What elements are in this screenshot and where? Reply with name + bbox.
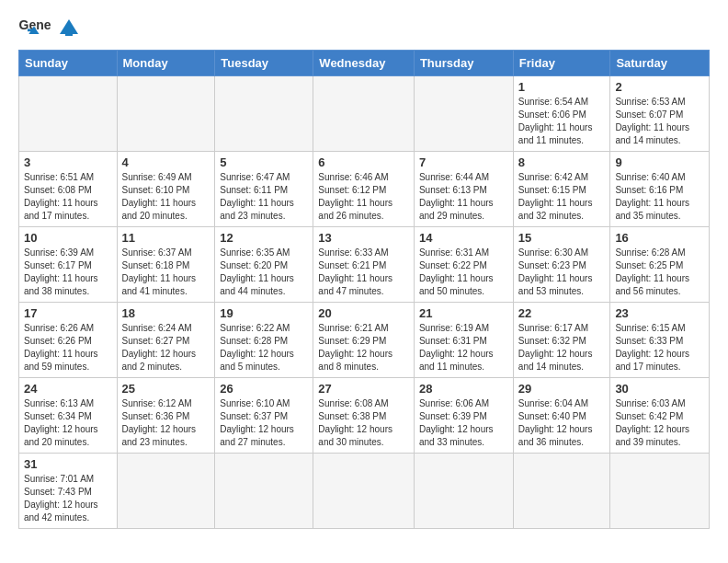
calendar-week-row: 17Sunrise: 6:26 AM Sunset: 6:26 PM Dayli… [19,303,710,378]
calendar-table: SundayMondayTuesdayWednesdayThursdayFrid… [18,50,710,529]
calendar-day-cell [414,76,513,152]
calendar-day-cell: 10Sunrise: 6:39 AM Sunset: 6:17 PM Dayli… [19,227,118,303]
day-info: Sunrise: 6:13 AM Sunset: 6:34 PM Dayligh… [24,397,112,449]
day-info: Sunrise: 6:24 AM Sunset: 6:27 PM Dayligh… [122,322,210,373]
calendar-day-cell: 14Sunrise: 6:31 AM Sunset: 6:22 PM Dayli… [414,227,513,303]
calendar-day-cell: 15Sunrise: 6:30 AM Sunset: 6:23 PM Dayli… [513,227,610,303]
day-info: Sunrise: 6:39 AM Sunset: 6:17 PM Dayligh… [24,247,112,298]
day-info: Sunrise: 6:35 AM Sunset: 6:20 PM Dayligh… [220,247,308,298]
day-number: 28 [419,382,508,396]
day-number: 24 [24,382,112,396]
day-info: Sunrise: 6:15 AM Sunset: 6:33 PM Dayligh… [615,322,704,373]
day-number: 15 [518,231,606,245]
calendar-day-cell: 8Sunrise: 6:42 AM Sunset: 6:15 PM Daylig… [513,152,610,227]
calendar-day-cell: 28Sunrise: 6:06 AM Sunset: 6:39 PM Dayli… [414,378,513,454]
day-info: Sunrise: 6:08 AM Sunset: 6:38 PM Dayligh… [318,397,409,449]
day-number: 14 [419,231,508,245]
calendar-day-cell [19,76,118,152]
calendar-day-cell [414,454,513,529]
calendar-day-cell [313,76,415,152]
day-number: 16 [615,231,704,245]
day-number: 31 [24,457,112,471]
day-number: 4 [122,155,210,169]
day-number: 13 [318,231,409,245]
day-info: Sunrise: 6:49 AM Sunset: 6:10 PM Dayligh… [122,171,210,223]
day-number: 21 [419,306,508,320]
header: General [18,15,710,40]
day-info: Sunrise: 6:40 AM Sunset: 6:16 PM Dayligh… [615,171,704,223]
calendar-day-cell: 21Sunrise: 6:19 AM Sunset: 6:31 PM Dayli… [414,303,513,378]
day-number: 20 [318,306,409,320]
calendar-day-cell: 12Sunrise: 6:35 AM Sunset: 6:20 PM Dayli… [215,227,313,303]
day-number: 29 [518,382,606,396]
calendar-day-cell: 25Sunrise: 6:12 AM Sunset: 6:36 PM Dayli… [117,378,215,454]
day-number: 18 [122,306,210,320]
day-number: 23 [615,306,704,320]
weekday-header-monday: Monday [117,51,215,76]
day-number: 2 [615,80,704,94]
day-info: Sunrise: 6:26 AM Sunset: 6:26 PM Dayligh… [24,322,112,373]
calendar-day-cell [313,454,415,529]
logo: General [18,15,79,40]
day-number: 22 [518,306,606,320]
day-number: 30 [615,382,704,396]
weekday-header-saturday: Saturday [610,51,710,76]
calendar-day-cell: 17Sunrise: 6:26 AM Sunset: 6:26 PM Dayli… [19,303,118,378]
day-number: 9 [615,155,704,169]
weekday-header-friday: Friday [513,51,610,76]
calendar-day-cell: 27Sunrise: 6:08 AM Sunset: 6:38 PM Dayli… [313,378,415,454]
weekday-header-wednesday: Wednesday [313,51,415,76]
calendar-day-cell: 29Sunrise: 6:04 AM Sunset: 6:40 PM Dayli… [513,378,610,454]
day-number: 26 [220,382,308,396]
day-info: Sunrise: 6:21 AM Sunset: 6:29 PM Dayligh… [318,322,409,373]
calendar-day-cell [513,454,610,529]
day-info: Sunrise: 6:10 AM Sunset: 6:37 PM Dayligh… [220,397,308,449]
day-info: Sunrise: 6:28 AM Sunset: 6:25 PM Dayligh… [615,247,704,298]
day-info: Sunrise: 6:04 AM Sunset: 6:40 PM Dayligh… [518,397,606,449]
day-info: Sunrise: 6:46 AM Sunset: 6:12 PM Dayligh… [318,171,409,223]
weekday-header-row: SundayMondayTuesdayWednesdayThursdayFrid… [19,51,710,76]
calendar-day-cell: 13Sunrise: 6:33 AM Sunset: 6:21 PM Dayli… [313,227,415,303]
day-number: 17 [24,306,112,320]
day-info: Sunrise: 6:51 AM Sunset: 6:08 PM Dayligh… [24,171,112,223]
svg-rect-4 [65,32,73,36]
calendar-day-cell: 26Sunrise: 6:10 AM Sunset: 6:37 PM Dayli… [215,378,313,454]
day-info: Sunrise: 6:17 AM Sunset: 6:32 PM Dayligh… [518,322,606,373]
weekday-header-tuesday: Tuesday [215,51,313,76]
day-number: 1 [518,80,606,94]
calendar-day-cell [117,454,215,529]
day-info: Sunrise: 6:54 AM Sunset: 6:06 PM Dayligh… [518,96,606,147]
calendar-day-cell: 9Sunrise: 6:40 AM Sunset: 6:16 PM Daylig… [610,152,710,227]
day-info: Sunrise: 6:30 AM Sunset: 6:23 PM Dayligh… [518,247,606,298]
calendar-day-cell: 18Sunrise: 6:24 AM Sunset: 6:27 PM Dayli… [117,303,215,378]
calendar-day-cell: 30Sunrise: 6:03 AM Sunset: 6:42 PM Dayli… [610,378,710,454]
svg-marker-3 [60,19,78,34]
day-number: 10 [24,231,112,245]
day-number: 12 [220,231,308,245]
day-number: 11 [122,231,210,245]
day-info: Sunrise: 6:37 AM Sunset: 6:18 PM Dayligh… [122,247,210,298]
day-info: Sunrise: 6:19 AM Sunset: 6:31 PM Dayligh… [419,322,508,373]
calendar-day-cell: 20Sunrise: 6:21 AM Sunset: 6:29 PM Dayli… [313,303,415,378]
calendar-day-cell: 24Sunrise: 6:13 AM Sunset: 6:34 PM Dayli… [19,378,118,454]
calendar-day-cell [215,76,313,152]
day-info: Sunrise: 6:12 AM Sunset: 6:36 PM Dayligh… [122,397,210,449]
day-number: 6 [318,155,409,169]
day-number: 25 [122,382,210,396]
day-number: 7 [419,155,508,169]
day-info: Sunrise: 6:06 AM Sunset: 6:39 PM Dayligh… [419,397,508,449]
logo-triangle-icon [59,17,79,38]
calendar-day-cell [610,454,710,529]
day-info: Sunrise: 6:22 AM Sunset: 6:28 PM Dayligh… [220,322,308,373]
calendar-day-cell: 4Sunrise: 6:49 AM Sunset: 6:10 PM Daylig… [117,152,215,227]
calendar-day-cell: 22Sunrise: 6:17 AM Sunset: 6:32 PM Dayli… [513,303,610,378]
calendar-week-row: 31Sunrise: 7:01 AM Sunset: 7:43 PM Dayli… [19,454,710,529]
day-number: 27 [318,382,409,396]
day-info: Sunrise: 6:42 AM Sunset: 6:15 PM Dayligh… [518,171,606,223]
calendar-day-cell: 23Sunrise: 6:15 AM Sunset: 6:33 PM Dayli… [610,303,710,378]
day-info: Sunrise: 6:47 AM Sunset: 6:11 PM Dayligh… [220,171,308,223]
svg-rect-2 [28,29,35,31]
calendar-day-cell: 1Sunrise: 6:54 AM Sunset: 6:06 PM Daylig… [513,76,610,152]
calendar-day-cell: 7Sunrise: 6:44 AM Sunset: 6:13 PM Daylig… [414,152,513,227]
calendar-day-cell: 6Sunrise: 6:46 AM Sunset: 6:12 PM Daylig… [313,152,415,227]
